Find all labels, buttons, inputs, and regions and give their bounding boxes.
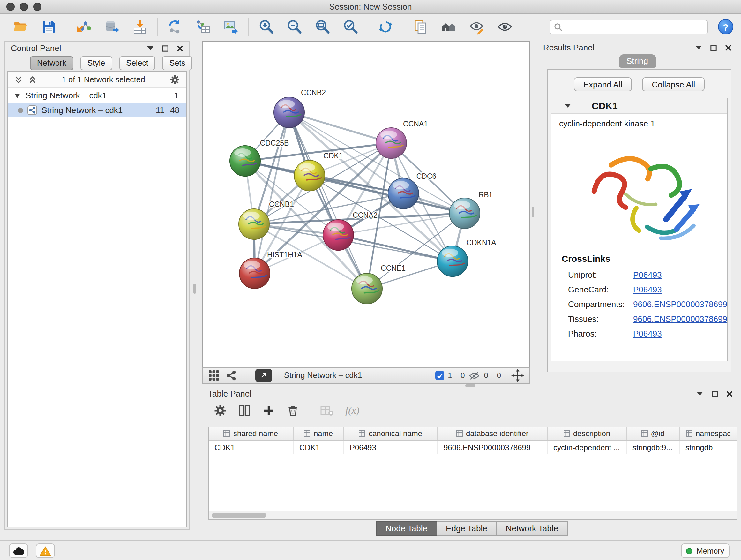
network-canvas[interactable]: CCNB2CCNA1CDC25BCDK1CDC6RB1CCNB1CCNA2CDK… [202, 41, 530, 367]
tab-edge-table[interactable]: Edge Table [436, 521, 497, 536]
network-node-count: 11 [156, 105, 164, 115]
network-edge[interactable] [338, 235, 453, 261]
warnings-button[interactable] [36, 543, 55, 558]
add-column-icon[interactable] [262, 404, 275, 417]
network-node-CCNA1[interactable]: CCNA1 [376, 120, 428, 159]
column-header-namespac[interactable]: namespac [680, 427, 737, 440]
export-network-button[interactable] [161, 16, 189, 38]
crosslink-link[interactable]: P06493 [633, 270, 662, 280]
crosslink-link[interactable]: 9606.ENSP00000378699 [633, 300, 727, 309]
scrollbar-thumb[interactable] [212, 513, 266, 518]
refresh-button[interactable] [372, 16, 400, 38]
network-node-CDK1[interactable]: CDK1 [294, 152, 343, 191]
network-node-CDKN1A[interactable]: CDKN1A [437, 239, 496, 276]
panel-menu-caret-icon[interactable] [147, 46, 154, 51]
vertical-splitter-handle[interactable] [193, 284, 196, 294]
help-button[interactable]: ? [718, 19, 733, 35]
collapse-all-icon[interactable] [14, 75, 23, 84]
hidden-items-eye-icon[interactable] [469, 371, 480, 380]
close-panel-icon[interactable] [177, 45, 183, 51]
column-header-name[interactable]: name [293, 427, 344, 440]
column-header-description[interactable]: description [548, 427, 627, 440]
table-cell[interactable]: P06493 [344, 441, 438, 454]
import-network-button[interactable] [70, 16, 98, 38]
zoom-selected-button[interactable] [336, 16, 364, 38]
horizontal-scrollbar[interactable] [209, 511, 737, 519]
cloud-status-button[interactable] [9, 543, 28, 558]
network-node-CDC6[interactable]: CDC6 [388, 172, 436, 209]
float-panel-icon[interactable] [162, 45, 169, 51]
table-cell[interactable]: stringdb [680, 441, 737, 454]
panel-menu-caret-icon[interactable] [696, 391, 703, 396]
horizontal-splitter-handle[interactable] [465, 384, 475, 387]
tab-string[interactable]: String [619, 54, 656, 68]
close-panel-icon[interactable] [725, 44, 731, 51]
annotation-mode-button[interactable] [463, 16, 491, 38]
disclosure-triangle-icon[interactable] [14, 93, 20, 98]
network-node-RB1[interactable]: RB1 [449, 191, 493, 229]
crosslink-link[interactable]: 9606.ENSP00000378699 [633, 314, 727, 324]
gear-icon[interactable] [170, 74, 180, 84]
table-cell[interactable]: CDK1 [293, 441, 344, 454]
column-header-canonical-name[interactable]: canonical name [344, 427, 438, 440]
tab-node-table[interactable]: Node Table [376, 521, 437, 536]
zoom-fit-button[interactable] [308, 16, 336, 38]
network-edge[interactable] [289, 112, 367, 289]
crosslink-link[interactable]: P06493 [633, 329, 662, 338]
network-row-selected[interactable]: String Network – cdk1 11 48 [8, 103, 186, 118]
collapse-card-caret-icon[interactable] [564, 104, 571, 108]
zoom-in-button[interactable] [252, 16, 280, 38]
network-node-CCNE1[interactable]: CCNE1 [352, 264, 406, 304]
column-header-database-identifier[interactable]: database identifier [438, 427, 548, 440]
search-input[interactable] [565, 22, 703, 31]
expand-all-icon[interactable] [28, 75, 37, 84]
import-table-button[interactable] [126, 16, 154, 38]
clone-network-button[interactable] [407, 16, 434, 38]
collapse-all-button[interactable]: Collapse All [643, 77, 705, 91]
tab-network[interactable]: Network [30, 56, 73, 70]
tab-sets[interactable]: Sets [162, 56, 192, 70]
float-panel-icon[interactable] [711, 44, 717, 51]
column-header-shared-name[interactable]: shared name [209, 427, 293, 440]
close-panel-icon[interactable] [726, 390, 733, 397]
export-image-button[interactable] [217, 16, 245, 38]
crosslink-link[interactable]: P06493 [633, 285, 662, 294]
show-hide-button[interactable] [491, 16, 519, 38]
table-cell[interactable]: stringdb:9... [627, 441, 680, 454]
network-graph[interactable]: CCNB2CCNA1CDC25BCDK1CDC6RB1CCNB1CCNA2CDK… [203, 42, 529, 367]
selected-items-checkbox[interactable] [435, 371, 444, 380]
home-button[interactable] [434, 16, 463, 38]
tab-style[interactable]: Style [80, 56, 112, 70]
export-table-button[interactable] [189, 16, 217, 38]
move-crosshair-icon[interactable] [511, 369, 524, 382]
network-edge[interactable] [255, 112, 289, 273]
string-network-icon [27, 105, 37, 115]
share-network-icon[interactable] [225, 370, 237, 381]
tab-network-table[interactable]: Network Table [496, 521, 568, 536]
search-box[interactable] [549, 19, 708, 34]
tab-select[interactable]: Select [119, 56, 155, 70]
birds-eye-grid-icon[interactable] [208, 370, 219, 381]
import-database-button[interactable] [98, 16, 126, 38]
table-cell[interactable]: CDK1 [209, 441, 293, 454]
column-header--id[interactable]: @id [627, 427, 680, 440]
function-builder-button[interactable]: f(x) [345, 405, 359, 416]
memory-button[interactable]: Memory [681, 543, 730, 558]
zoom-out-button[interactable] [280, 16, 308, 38]
delete-column-icon[interactable] [286, 404, 299, 417]
protein-card-header[interactable]: CDK1 [551, 98, 727, 114]
open-session-button[interactable] [6, 16, 35, 38]
vertical-splitter-handle[interactable] [532, 207, 534, 217]
show-columns-icon[interactable] [238, 404, 251, 417]
save-session-button[interactable] [35, 16, 63, 38]
table-settings-gear-icon[interactable] [214, 404, 226, 417]
panel-menu-caret-icon[interactable] [695, 45, 702, 50]
network-node-HIST1H1A[interactable]: HIST1H1A [239, 251, 302, 289]
table-cell[interactable]: 9606.ENSP00000378699 [438, 441, 548, 454]
expand-all-button[interactable]: Expand All [574, 77, 632, 91]
table-row[interactable]: CDK1CDK1P064939606.ENSP00000378699cyclin… [209, 441, 737, 454]
float-panel-icon[interactable] [712, 390, 718, 397]
open-in-string-button[interactable] [255, 369, 272, 382]
network-collection-row[interactable]: String Network – cdk1 1 [8, 88, 186, 103]
table-cell[interactable]: cyclin-dependent ... [548, 441, 627, 454]
